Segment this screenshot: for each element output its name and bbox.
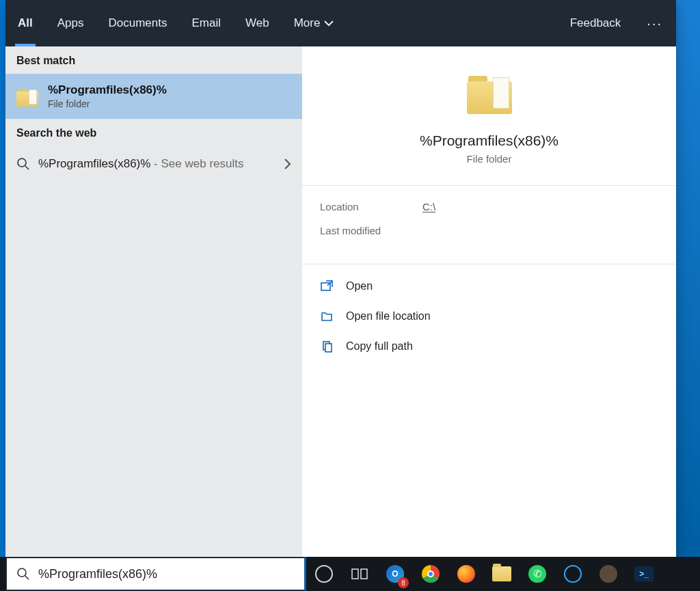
svg-point-0	[18, 159, 26, 167]
tab-web[interactable]: Web	[233, 0, 282, 46]
action-open-label: Open	[346, 280, 373, 292]
search-icon	[16, 157, 30, 171]
meta-location: Location C:\	[320, 201, 658, 212]
notification-badge: 8	[398, 577, 409, 588]
chevron-right-icon	[283, 158, 291, 170]
start-search-panel: All Apps Documents Email Web More Feedba…	[5, 0, 676, 557]
svg-rect-4	[325, 344, 332, 352]
search-filter-tabs: All Apps Documents Email Web More Feedba…	[5, 0, 676, 46]
folder-icon	[467, 74, 512, 115]
tab-all[interactable]: All	[5, 0, 45, 46]
outlook-app[interactable]: O 8	[377, 557, 413, 591]
desktop-background	[676, 0, 700, 557]
svg-line-1	[25, 166, 29, 169]
results-list: Best match %Programfiles(x86)% File fold…	[5, 46, 302, 557]
svg-line-6	[25, 576, 29, 579]
preview-title: %Programfiles(x86)%	[420, 133, 558, 149]
action-open[interactable]: Open	[320, 271, 658, 301]
feedback-button[interactable]: Feedback	[558, 16, 634, 30]
taskbar-search-input[interactable]	[38, 567, 295, 581]
web-result-suffix: - See web results	[150, 157, 243, 170]
preview-type: File folder	[467, 153, 512, 165]
action-open-file-location[interactable]: Open file location	[320, 301, 658, 331]
best-match-heading: Best match	[5, 46, 302, 74]
search-icon	[16, 567, 30, 581]
meta-location-value[interactable]: C:\	[422, 201, 435, 212]
tab-apps[interactable]: Apps	[45, 0, 96, 46]
chevron-down-icon	[324, 20, 334, 27]
taskbar: O 8 ✆ >_	[0, 557, 700, 591]
action-copy-path-label: Copy full path	[346, 340, 413, 353]
tab-more-label: More	[294, 16, 321, 30]
search-web-heading: Search the web	[5, 119, 302, 146]
tab-email[interactable]: Email	[179, 0, 233, 46]
web-search-result[interactable]: %Programfiles(x86)% - See web results	[5, 146, 302, 182]
svg-point-5	[18, 568, 26, 577]
taskbar-search-box[interactable]	[5, 557, 306, 591]
more-options-button[interactable]: ···	[633, 16, 676, 31]
svg-rect-8	[361, 569, 367, 579]
powershell-app[interactable]: >_	[626, 557, 662, 591]
file-explorer-app[interactable]	[484, 557, 520, 591]
folder-icon	[16, 87, 38, 106]
action-copy-full-path[interactable]: Copy full path	[320, 331, 658, 361]
best-match-title: %Programfiles(x86)%	[48, 83, 167, 97]
firefox-app[interactable]	[448, 557, 484, 591]
copy-icon	[320, 340, 334, 353]
best-match-result[interactable]: %Programfiles(x86)% File folder	[5, 74, 302, 119]
chrome-app[interactable]	[413, 557, 448, 591]
task-view-button[interactable]	[342, 557, 377, 591]
meta-last-modified: Last modified	[320, 225, 658, 236]
whatsapp-app[interactable]: ✆	[520, 557, 555, 591]
open-icon	[320, 279, 334, 293]
svg-rect-7	[352, 569, 358, 579]
best-match-subtitle: File folder	[48, 98, 167, 109]
tab-more[interactable]: More	[282, 0, 347, 46]
meta-location-label: Location	[320, 201, 422, 212]
action-open-location-label: Open file location	[346, 310, 431, 322]
meta-modified-label: Last modified	[320, 225, 422, 236]
web-result-query: %Programfiles(x86)%	[38, 157, 150, 170]
tab-documents[interactable]: Documents	[96, 0, 179, 46]
record-app[interactable]	[555, 557, 591, 591]
result-preview-pane: %Programfiles(x86)% File folder Location…	[302, 46, 676, 557]
folder-location-icon	[320, 310, 334, 323]
taskbar-pinned-apps: O 8 ✆ >_	[306, 557, 662, 591]
gimp-app[interactable]	[591, 557, 626, 591]
cortana-button[interactable]	[306, 557, 342, 591]
